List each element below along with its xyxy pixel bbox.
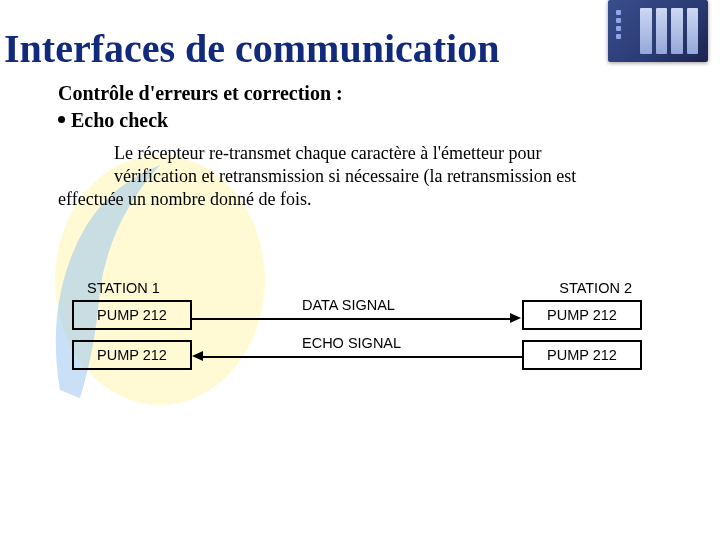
station1-label: STATION 1 bbox=[87, 280, 160, 296]
station2-label: STATION 2 bbox=[559, 280, 632, 296]
data-signal-label: DATA SIGNAL bbox=[302, 297, 395, 313]
section-subtitle: Contrôle d'erreurs et correction : bbox=[58, 82, 700, 105]
station2-send-box: PUMP 212 bbox=[522, 340, 642, 370]
echo-arrow-head bbox=[192, 351, 203, 361]
echo-signal-label: ECHO SIGNAL bbox=[302, 335, 401, 351]
plc-device-image bbox=[608, 0, 708, 62]
body-paragraph: Le récepteur re-transmet chaque caractèr… bbox=[58, 142, 678, 211]
bullet-icon bbox=[58, 116, 65, 123]
station1-recv-box: PUMP 212 bbox=[72, 340, 192, 370]
topic-label: Echo check bbox=[71, 109, 168, 131]
echo-check-diagram: STATION 1 STATION 2 PUMP 212 PUMP 212 PU… bbox=[72, 280, 642, 430]
station2-recv-box: PUMP 212 bbox=[522, 300, 642, 330]
data-arrow-line bbox=[192, 318, 512, 320]
station1-send-box: PUMP 212 bbox=[72, 300, 192, 330]
data-arrow-head bbox=[510, 313, 521, 323]
topic-heading: Echo check bbox=[58, 109, 700, 132]
echo-arrow-line bbox=[203, 356, 522, 358]
